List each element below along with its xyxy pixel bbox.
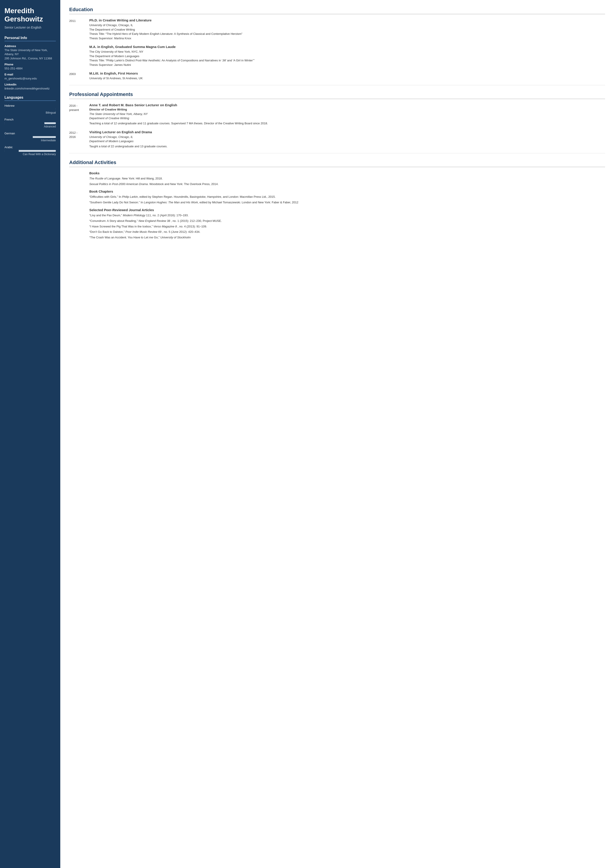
- books-list: The Rustle of Language. New York: Hill a…: [89, 176, 605, 187]
- entry-title: Visiting Lecturer on English and Drama: [89, 130, 605, 134]
- entry-body: M.Litt. in English, First HonorsUniversi…: [89, 71, 605, 81]
- phone-value: 551-251-4884: [5, 67, 56, 71]
- chapter-entry: “Difficulties with Girls.” In Philip Lar…: [89, 195, 605, 199]
- chapters-subtitle: Book Chapters: [89, 189, 605, 193]
- entry-line-italic: University of Chicago, Chicago, IL: [89, 135, 605, 139]
- entry-year: 2016 - present: [69, 103, 89, 126]
- education-entry: 2011Ph.D. in Creative Writing and Litera…: [69, 18, 605, 40]
- divider-professional: [69, 85, 605, 85]
- entry-line: University of St Andrews, St Andrews, UK: [89, 76, 605, 81]
- entry-body: Visiting Lecturer on English and DramaUn…: [89, 130, 605, 149]
- languages-section-title: Languages: [5, 96, 56, 101]
- divider-activities: [69, 153, 605, 153]
- activities-section-title: Additional Activities: [69, 160, 605, 167]
- education-entry: M.A. in English, Graduated Summa Magna C…: [69, 45, 605, 67]
- education-entries: 2011Ph.D. in Creative Writing and Litera…: [69, 18, 605, 81]
- linkedin-value: linkedin.com/in/meredithgershowitz: [5, 87, 56, 91]
- lang-bar-fill: [5, 108, 56, 110]
- lang-bar-bg: [5, 150, 56, 152]
- entry-subtitle-bold: Director of Creative Writing: [89, 108, 605, 111]
- lang-item: ArabicCan Read With a Dictionary: [5, 146, 56, 156]
- books-subtitle: Books: [89, 171, 605, 175]
- candidate-name: Meredith Gershowitz: [5, 7, 56, 23]
- entry-line: Thesis Supervisor: Martina Knox: [89, 36, 605, 40]
- book-entry: Sexual Politics in Post-2000 American Dr…: [89, 182, 605, 187]
- main-content: Education 2011Ph.D. in Creative Writing …: [60, 0, 614, 868]
- entry-year: [69, 45, 89, 67]
- article-entry: “Don’t Go Back to Dalston,” Poor Indie M…: [89, 230, 605, 234]
- lang-name: Hebrew: [5, 104, 56, 107]
- entry-body: Anne T. and Robert M. Bass Senior Lectur…: [89, 103, 605, 126]
- entry-title: M.A. in English, Graduated Summa Magna C…: [89, 45, 605, 49]
- lang-bar-bg: [5, 108, 56, 110]
- education-entry: 2003M.Litt. in English, First HonorsUniv…: [69, 71, 605, 81]
- entry-title: M.Litt. in English, First Honors: [89, 71, 605, 75]
- article-entry: “Livy and the Pax Deum,” Modern Philolog…: [89, 213, 605, 218]
- lang-level: Advanced: [5, 125, 56, 128]
- lang-bar-fill: [5, 150, 19, 152]
- entry-year: 2003: [69, 71, 89, 81]
- professional-section-title: Professional Appointments: [69, 91, 605, 99]
- phone-label: Phone: [5, 63, 56, 66]
- lang-item: GermanIntermediate: [5, 132, 56, 142]
- sidebar: Meredith Gershowitz Senior Lecturer on E…: [0, 0, 60, 868]
- entry-line-italic: Department of Modern Languages: [89, 139, 605, 144]
- address-label: Address: [5, 44, 56, 48]
- email-value: m_gershowitz@suny.edu: [5, 77, 56, 81]
- professional-entries: 2016 - presentAnne T. and Robert M. Bass…: [69, 103, 605, 149]
- lang-item: HebrewBilingual: [5, 104, 56, 114]
- lang-bar-fill: [5, 136, 33, 138]
- entry-body: Ph.D. in Creative Writing and Literature…: [89, 18, 605, 40]
- lang-level: Intermediate: [5, 139, 56, 142]
- lang-bar-bg: [5, 122, 56, 124]
- lang-name: French: [5, 118, 56, 121]
- entry-body: M.A. in English, Graduated Summa Magna C…: [89, 45, 605, 67]
- chapter-entry: “Southern Gentle Lady Do Not Swoon.” In …: [89, 200, 605, 205]
- articles-subtitle: Selected Peer-Reviewed Journal Articles: [89, 208, 605, 212]
- article-entry: “The Crash Was an Accident. You Have to …: [89, 235, 605, 240]
- book-entry: The Rustle of Language. New York: Hill a…: [89, 176, 605, 181]
- job-entry: 2016 - presentAnne T. and Robert M. Bass…: [69, 103, 605, 126]
- lang-bar-fill: [5, 122, 45, 124]
- entry-line-italic: Department of Creative Writing: [89, 116, 605, 121]
- linkedin-label: LinkedIn: [5, 83, 56, 86]
- article-entry: “I Have Screwed the Pig That Was in the …: [89, 224, 605, 229]
- address-line2: Albany, NY: [5, 52, 56, 56]
- entry-title: Anne T. and Robert M. Bass Senior Lectur…: [89, 103, 605, 107]
- lang-name: German: [5, 132, 56, 135]
- lang-level: Can Read With a Dictionary: [5, 153, 56, 156]
- languages-section: Languages HebrewBilingualFrenchAdvancedG…: [5, 96, 56, 156]
- entry-year: 2012 - 2016: [69, 130, 89, 149]
- entry-year: 2011: [69, 18, 89, 40]
- entry-line: Thesis Supervisor: James Nutini: [89, 63, 605, 67]
- articles-list: “Livy and the Pax Deum,” Modern Philolog…: [89, 213, 605, 240]
- article-entry: “Conundrum: A Story about Reading,” New …: [89, 219, 605, 223]
- address-line3: 295 Johnson Rd., Corona, NY 11368: [5, 56, 56, 60]
- personal-info: Address The State University of New York…: [5, 44, 56, 91]
- entry-line: Thesis Title: “The Hybrid Hero of Early …: [89, 32, 605, 36]
- address-line1: The State University of New York,: [5, 48, 56, 52]
- job-entry: 2012 - 2016Visiting Lecturer on English …: [69, 130, 605, 149]
- entry-line-plain: Taught a total of 22 undergraduate and 1…: [89, 144, 605, 149]
- candidate-title: Senior Lecturer on English: [5, 25, 56, 30]
- lang-level: Bilingual: [5, 111, 56, 114]
- entry-line: The Department of Modern Languages: [89, 54, 605, 59]
- entry-line-plain: Teaching a total of 12 undergraduate and…: [89, 121, 605, 126]
- entry-title: Ph.D. in Creative Writing and Literature: [89, 18, 605, 22]
- activities-content: Books The Rustle of Language. New York: …: [69, 171, 605, 240]
- entry-line: University of Chicago, Chicago, IL: [89, 23, 605, 28]
- chapters-list: “Difficulties with Girls.” In Philip Lar…: [89, 195, 605, 205]
- lang-name: Arabic: [5, 146, 56, 149]
- lang-bar-bg: [5, 136, 56, 138]
- lang-item: FrenchAdvanced: [5, 118, 56, 128]
- email-label: E-mail: [5, 73, 56, 76]
- entry-line-italic: The State University of New York, Albany…: [89, 112, 605, 116]
- entry-line: The Department of Creative Writing: [89, 28, 605, 32]
- entry-line: The City University of New York, NYC, NY: [89, 50, 605, 54]
- education-section-title: Education: [69, 7, 605, 14]
- entry-line: Thesis Title: “Philip Larkin’s Distinct …: [89, 58, 605, 63]
- personal-info-section-title: Personal Info: [5, 36, 56, 41]
